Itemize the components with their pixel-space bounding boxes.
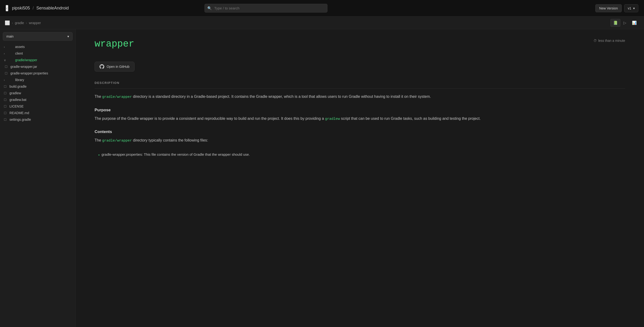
purpose-heading: Purpose — [94, 108, 625, 112]
sidebar-item-gradlew[interactable]: ☐ gradlew — [0, 90, 76, 96]
clock-icon: ⏱ — [594, 39, 597, 42]
sidebar-item-license[interactable]: ☐ LICENSE — [0, 103, 76, 110]
contents-intro: The gradle/wrapper directory typically c… — [94, 137, 625, 144]
nav-actions: New Version v1 ▾ — [595, 4, 638, 12]
chevron-right-icon: › — [4, 45, 8, 49]
purpose-text: The purpose of the Gradle wrapper is to … — [94, 115, 625, 122]
chevron-down-icon: ∨ — [4, 58, 8, 62]
chevron-right-icon: › — [4, 52, 8, 55]
sidebar-item-assets[interactable]: › assets — [0, 43, 76, 50]
open-github-button[interactable]: Open in GitHub — [94, 62, 134, 72]
search-icon: 🔍 — [207, 6, 212, 10]
page-title: wrapper — [94, 39, 134, 49]
breadcrumb-gradle[interactable]: gradle — [15, 21, 24, 25]
time-badge: ⏱ less than a minute — [594, 39, 625, 42]
version-selector[interactable]: v1 ▾ — [624, 4, 638, 12]
github-icon — [100, 64, 104, 69]
code-properties-file: gradle-wrapper.properties — [102, 152, 142, 156]
search-bar: 🔍 — [204, 4, 328, 12]
file-icon: ☐ — [4, 118, 8, 121]
file-icon: ☐ — [4, 98, 8, 102]
breadcrumb-bar: ⬜ › gradle › wrapper 📗 ▷ 📊 — [0, 16, 644, 29]
contents-section: Contents The gradle/wrapper directory ty… — [94, 129, 625, 158]
content-area: wrapper ⏱ less than a minute Open in Git… — [76, 29, 644, 327]
back-button[interactable]: ‹ — [6, 5, 8, 11]
sidebar-item-readme[interactable]: ☐ README.md — [0, 110, 76, 116]
sidebar-item-gradlew-bat[interactable]: ☐ gradlew.bat — [0, 96, 76, 103]
file-icon: ☐ — [4, 85, 8, 88]
branch-selector[interactable]: main ▾ — [3, 32, 72, 41]
view-book-button[interactable]: 📗 — [610, 19, 620, 27]
sidebar-item-library[interactable]: › library — [0, 76, 76, 83]
sidebar-item-gradle-wrapper[interactable]: ∨ gradle/wrapper — [0, 57, 76, 63]
view-code-button[interactable]: ▷ — [621, 19, 629, 27]
file-icon: ☐ — [4, 105, 8, 108]
file-icon: ☐ — [5, 65, 8, 68]
sidebar-item-gradle-wrapper-properties[interactable]: ☐ gradle-wrapper.properties — [0, 70, 76, 76]
section-divider — [94, 88, 625, 89]
view-chart-button[interactable]: 📊 — [629, 19, 639, 27]
breadcrumb-wrapper[interactable]: wrapper — [29, 21, 41, 25]
repo-icon: ⬜ — [5, 20, 10, 25]
search-input[interactable] — [204, 4, 328, 12]
contents-list: • gradle-wrapper.properties: This file c… — [94, 151, 625, 158]
sidebar-item-client[interactable]: › client — [0, 50, 76, 57]
sidebar-item-settings-gradle[interactable]: ☐ settings.gradle — [0, 116, 76, 123]
contents-heading: Contents — [94, 129, 625, 134]
new-version-button[interactable]: New Version — [595, 4, 622, 12]
purpose-section: Purpose The purpose of the Gradle wrappe… — [94, 108, 625, 122]
top-nav: ‹ pipski505 / SensableAndroid 🔍 New Vers… — [0, 0, 644, 16]
main-layout: main ▾ › assets › client ∨ gradle/wrappe… — [0, 29, 644, 327]
description-section: DESCRIPTION The gradle/wrapper directory… — [94, 81, 625, 100]
sidebar-item-build-gradle[interactable]: ☐ build.gradle — [0, 83, 76, 90]
code-gradle-wrapper-2: gradle/wrapper — [102, 139, 132, 143]
sidebar-item-gradle-wrapper-jar[interactable]: ☐ gradle-wrapper.jar — [0, 63, 76, 70]
list-item: • gradle-wrapper.properties: This file c… — [98, 151, 625, 158]
chevron-right-icon: › — [4, 78, 8, 82]
code-gradlew: gradlew — [325, 117, 340, 121]
bullet-dot: • — [98, 152, 100, 158]
file-icon: ☐ — [4, 111, 8, 115]
file-icon: ☐ — [4, 91, 8, 95]
code-gradle-wrapper: gradle/wrapper — [102, 95, 132, 99]
view-mode-icons: 📗 ▷ 📊 — [610, 19, 639, 27]
description-text: The gradle/wrapper directory is a standa… — [94, 93, 625, 100]
nav-title: pipski505 / SensableAndroid — [12, 6, 69, 11]
sidebar: main ▾ › assets › client ∨ gradle/wrappe… — [0, 29, 76, 327]
file-icon: ☐ — [5, 72, 8, 75]
description-heading: DESCRIPTION — [94, 81, 625, 85]
